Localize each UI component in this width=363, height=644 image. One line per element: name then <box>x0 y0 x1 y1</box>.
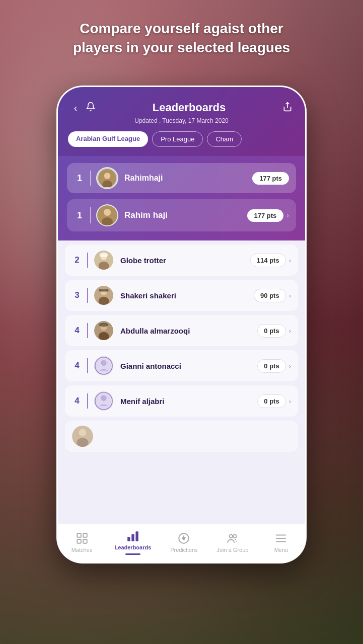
nav-join-group-label: Join a Group <box>216 547 248 553</box>
nav-matches[interactable]: Matches <box>67 532 97 553</box>
rank-1-avatar <box>96 204 118 226</box>
list-chevron-icon: › <box>289 327 291 335</box>
list-name: Shakeri shakeri <box>120 291 254 300</box>
list-item[interactable]: 4 Menif aljabri 0 pts › <box>65 385 298 417</box>
list-pts: 0 pts <box>257 394 285 408</box>
rank-1-num: 1 <box>74 210 85 221</box>
list-item[interactable]: 4 Abdulla almarzooqi 0 pts › <box>65 315 298 346</box>
league-tab-bar: Arabian Gulf League Pro League Cham <box>68 131 295 147</box>
list-divider <box>87 288 88 303</box>
rank-1-compact-num: 1 <box>74 173 85 184</box>
rank-1-compact-name: Rahimhaji <box>124 174 252 183</box>
svg-rect-36 <box>135 531 138 541</box>
scroll-area: 1 Rahimhaji 177 pts 1 <box>58 156 305 524</box>
back-icon[interactable]: ‹ <box>68 102 83 114</box>
rank-num: 2 <box>72 255 82 265</box>
list-avatar <box>93 390 114 412</box>
bottom-nav-bar: Matches Leaderboards Predictions <box>58 524 305 562</box>
list-avatar <box>93 250 114 271</box>
rank-num: 4 <box>72 326 82 336</box>
leaderboard-list: 2 Globe trotter 114 pts › <box>58 240 305 421</box>
svg-rect-14 <box>99 289 109 292</box>
phone-frame: ‹ Leaderboards Updated , Tuesday, <box>56 86 307 564</box>
svg-rect-31 <box>83 533 87 537</box>
svg-rect-32 <box>77 539 81 543</box>
rank-1-name: Rahim haji <box>124 210 247 220</box>
rank-1-pts: 177 pts <box>247 209 284 222</box>
svg-point-5 <box>104 209 111 216</box>
svg-rect-30 <box>77 533 81 537</box>
nav-leaderboards-label: Leaderboards <box>115 544 152 550</box>
rank-1-divider <box>90 207 91 223</box>
list-avatar <box>93 355 114 376</box>
list-chevron-icon: › <box>289 292 291 299</box>
list-divider <box>87 323 88 338</box>
list-avatar <box>93 320 114 341</box>
list-divider <box>87 393 88 409</box>
svg-point-25 <box>102 395 106 399</box>
svg-point-28 <box>79 429 87 436</box>
list-name: Abdulla almarzooqi <box>120 327 257 335</box>
list-name: Gianni antonacci <box>120 362 257 370</box>
list-item[interactable]: 4 Gianni antonacci 0 pts › <box>65 350 298 381</box>
svg-point-38 <box>183 537 185 539</box>
list-avatar <box>93 285 114 306</box>
svg-point-40 <box>233 534 237 538</box>
app-header: ‹ Leaderboards Updated , Tuesday, <box>58 87 305 156</box>
list-chevron-icon: › <box>289 397 291 405</box>
divider <box>90 171 91 186</box>
rank-1-compact-row[interactable]: 1 Rahimhaji 177 pts <box>67 163 296 193</box>
rank-num: 3 <box>72 290 82 300</box>
list-chevron-icon: › <box>289 257 291 264</box>
list-pts: 90 pts <box>254 289 286 302</box>
top-rank-section: 1 Rahimhaji 177 pts 1 <box>58 156 305 240</box>
rank-num: 4 <box>72 361 82 371</box>
svg-point-18 <box>99 323 109 327</box>
list-pts: 0 pts <box>257 324 285 338</box>
svg-rect-33 <box>83 539 87 543</box>
list-divider <box>87 358 88 373</box>
svg-rect-35 <box>131 534 134 541</box>
nav-menu[interactable]: Menu <box>266 532 296 553</box>
rank-num: 4 <box>72 396 82 406</box>
list-name: Menif aljabri <box>120 397 257 406</box>
svg-point-10 <box>99 253 108 258</box>
updated-text: Updated , Tuesday, 17 March 2020 <box>68 117 295 124</box>
nav-join-group[interactable]: Join a Group <box>216 532 248 553</box>
list-item-partial <box>65 421 298 452</box>
nav-active-indicator <box>125 553 140 555</box>
list-chevron-icon: › <box>289 362 291 370</box>
list-name: Globe trotter <box>120 256 250 265</box>
svg-point-21 <box>102 360 106 364</box>
bell-icon[interactable] <box>83 102 98 114</box>
svg-rect-34 <box>127 537 130 541</box>
svg-point-2 <box>104 173 111 179</box>
rank-1-chevron-icon: › <box>286 211 289 219</box>
rank-1-compact-avatar <box>96 167 118 189</box>
nav-leaderboards[interactable]: Leaderboards <box>115 529 152 555</box>
top-heading: Compare yourself agaist other players in… <box>0 19 363 57</box>
phone-screen: ‹ Leaderboards Updated , Tuesday, <box>58 87 305 562</box>
list-pts: 0 pts <box>257 359 285 373</box>
svg-point-39 <box>229 534 233 538</box>
list-pts: 114 pts <box>250 254 286 267</box>
share-icon[interactable] <box>280 102 295 114</box>
tab-arabian-gulf-league[interactable]: Arabian Gulf League <box>68 131 148 147</box>
list-item[interactable]: 2 Globe trotter 114 pts › <box>65 245 298 276</box>
page-title: Leaderboards <box>98 101 280 114</box>
tab-cham[interactable]: Cham <box>207 131 242 147</box>
tab-pro-league[interactable]: Pro League <box>152 131 203 147</box>
rank-1-expanded-row[interactable]: 1 Rahim haji 177 pts › <box>67 199 296 231</box>
rank-1-compact-pts: 177 pts <box>252 172 289 185</box>
nav-predictions-label: Predictions <box>170 547 197 553</box>
nav-predictions[interactable]: Predictions <box>169 532 199 553</box>
list-item[interactable]: 3 Shakeri shakeri 90 pts › <box>65 280 298 311</box>
list-divider <box>87 253 88 268</box>
nav-menu-label: Menu <box>274 547 288 553</box>
nav-matches-label: Matches <box>71 547 93 553</box>
